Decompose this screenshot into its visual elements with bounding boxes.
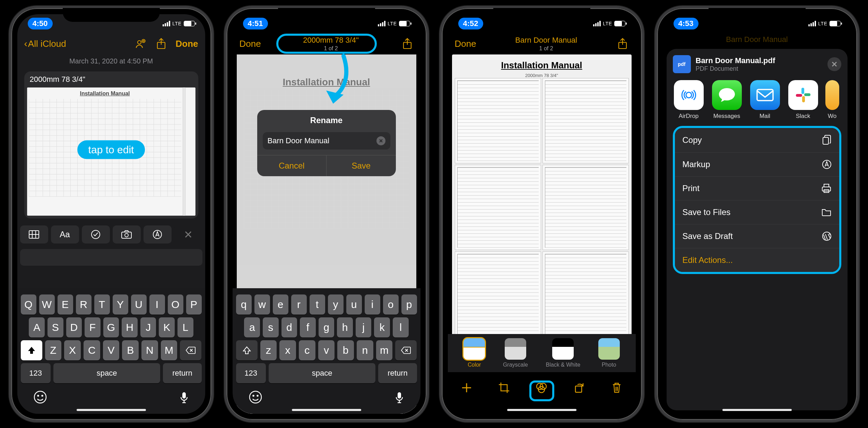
key-x[interactable]: X — [64, 340, 81, 360]
camera-icon[interactable] — [113, 225, 141, 243]
key-n[interactable]: n — [357, 340, 373, 360]
key-s[interactable]: s — [263, 317, 279, 337]
edit-actions-button[interactable]: Edit Actions... — [675, 248, 839, 272]
return-key[interactable]: return — [378, 363, 417, 383]
key-g[interactable]: G — [103, 317, 119, 337]
checklist-icon[interactable] — [82, 225, 110, 243]
key-q[interactable]: q — [236, 294, 252, 315]
shift-key[interactable] — [21, 340, 42, 360]
key-o[interactable]: o — [383, 294, 399, 315]
key-v[interactable]: V — [103, 340, 120, 360]
table-icon[interactable] — [20, 225, 48, 243]
dictation-key[interactable] — [394, 392, 405, 403]
key-w[interactable]: W — [39, 294, 55, 315]
dictation-key[interactable] — [179, 392, 189, 403]
text-format-icon[interactable]: Aa — [51, 225, 79, 243]
close-keyboard-icon[interactable] — [174, 225, 202, 243]
key-c[interactable]: C — [84, 340, 100, 360]
key-r[interactable]: r — [291, 294, 307, 315]
key-p[interactable]: p — [401, 294, 417, 315]
share-apps-row[interactable]: AirDrop Messages Mail — [673, 80, 841, 126]
space-key[interactable]: space — [269, 363, 376, 383]
key-y[interactable]: Y — [113, 294, 128, 315]
key-a[interactable]: a — [244, 317, 260, 337]
home-indicator[interactable] — [77, 409, 146, 411]
numbers-key[interactable]: 123 — [236, 363, 266, 383]
key-s[interactable]: S — [47, 317, 63, 337]
app-slack[interactable]: Slack — [787, 80, 819, 120]
key-z[interactable]: z — [260, 340, 277, 360]
key-t[interactable]: t — [310, 294, 325, 315]
rotate-icon[interactable] — [571, 379, 588, 396]
key-i[interactable]: I — [149, 294, 165, 315]
key-d[interactable]: D — [66, 317, 82, 337]
action-save-draft[interactable]: Save as Draft — [675, 224, 839, 248]
key-u[interactable]: U — [131, 294, 147, 315]
save-button[interactable]: Save — [327, 155, 396, 176]
action-print[interactable]: Print — [675, 177, 839, 200]
key-n[interactable]: N — [141, 340, 158, 360]
crop-icon[interactable] — [495, 379, 513, 396]
space-key[interactable]: space — [53, 363, 160, 383]
trash-icon[interactable] — [608, 379, 625, 396]
key-p[interactable]: P — [186, 294, 202, 315]
key-v[interactable]: v — [318, 340, 335, 360]
key-d[interactable]: d — [281, 317, 297, 337]
key-x[interactable]: x — [279, 340, 296, 360]
app-extra[interactable]: Wo — [825, 80, 839, 120]
emoji-key[interactable] — [249, 390, 262, 404]
nav-done-button[interactable]: Done — [455, 38, 476, 49]
app-messages[interactable]: Messages — [711, 80, 743, 120]
key-h[interactable]: H — [122, 317, 138, 337]
doc-fullscreen[interactable]: Installation Manual 2000mm 78 3/4" — [452, 54, 632, 340]
key-u[interactable]: u — [346, 294, 362, 315]
share-icon[interactable] — [616, 37, 629, 50]
home-indicator[interactable] — [507, 409, 576, 411]
key-j[interactable]: j — [356, 317, 372, 337]
home-indicator[interactable] — [292, 409, 361, 411]
action-markup[interactable]: Markup — [675, 153, 839, 177]
app-airdrop[interactable]: AirDrop — [673, 80, 705, 120]
key-b[interactable]: b — [337, 340, 354, 360]
share-icon[interactable] — [155, 37, 167, 50]
delete-key[interactable] — [180, 340, 201, 360]
nav-back-button[interactable]: ‹ All iCloud — [24, 38, 66, 49]
numbers-key[interactable]: 123 — [21, 363, 51, 383]
quicktype-bar[interactable] — [20, 249, 202, 266]
key-f[interactable]: f — [300, 317, 316, 337]
filter-color[interactable]: Color — [463, 338, 485, 368]
app-mail[interactable]: Mail — [749, 80, 781, 120]
key-a[interactable]: A — [29, 317, 45, 337]
cancel-button[interactable]: Cancel — [257, 155, 327, 176]
action-copy[interactable]: Copy — [675, 128, 839, 153]
share-icon[interactable] — [401, 37, 414, 50]
key-e[interactable]: E — [58, 294, 73, 315]
key-l[interactable]: L — [177, 317, 193, 337]
key-h[interactable]: h — [337, 317, 353, 337]
nav-title[interactable]: Barn Door Manual — [476, 36, 616, 45]
key-k[interactable]: k — [374, 317, 390, 337]
action-save-files[interactable]: Save to Files — [675, 200, 839, 224]
attachment-card[interactable]: 2000mm 78 3/4" Installation Manual tap t… — [24, 71, 198, 219]
add-page-icon[interactable] — [458, 379, 475, 396]
key-z[interactable]: Z — [45, 340, 62, 360]
key-o[interactable]: O — [168, 294, 183, 315]
rename-input[interactable]: Barn Door Manual — [263, 132, 390, 149]
home-indicator[interactable] — [722, 409, 792, 411]
filter-grayscale[interactable]: Grayscale — [503, 338, 528, 368]
return-key[interactable]: return — [163, 363, 201, 383]
key-t[interactable]: T — [94, 294, 110, 315]
key-k[interactable]: K — [159, 317, 175, 337]
nav-done-button[interactable]: Done — [240, 38, 261, 49]
emoji-key[interactable] — [33, 390, 47, 404]
nav-title[interactable]: 2000mm 78 3/4" — [261, 36, 401, 45]
key-c[interactable]: c — [299, 340, 315, 360]
key-r[interactable]: R — [76, 294, 92, 315]
key-m[interactable]: m — [376, 340, 393, 360]
add-person-icon[interactable] — [134, 37, 147, 50]
close-icon[interactable] — [827, 57, 841, 71]
key-b[interactable]: B — [122, 340, 139, 360]
key-l[interactable]: l — [393, 317, 409, 337]
key-g[interactable]: g — [319, 317, 335, 337]
key-w[interactable]: w — [254, 294, 270, 315]
